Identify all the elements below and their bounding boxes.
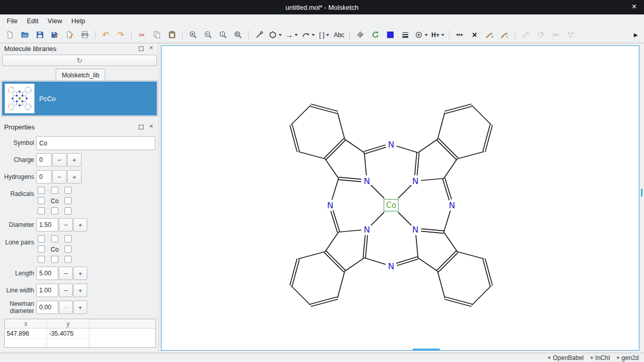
bond-m4-q1a2[interactable] — [332, 178, 339, 200]
bond-n3-q3a1[interactable] — [416, 235, 418, 258]
radical-checkbox-r2c1[interactable] — [51, 207, 58, 215]
bond-q1f1-q1f2[interactable] — [324, 138, 344, 158]
symbol-input[interactable] — [36, 136, 155, 150]
lone-pair-checkbox-r2c2[interactable] — [65, 256, 72, 263]
toolbar-copy[interactable] — [150, 28, 164, 42]
bond-q2c4-q2f2[interactable] — [438, 112, 445, 139]
bond-q3c2-q3c3[interactable] — [472, 286, 491, 305]
bond-q4c2-q4c3[interactable] — [291, 286, 311, 305]
radical-checkbox-r2c0[interactable] — [38, 207, 45, 215]
bond-q3a1-q3f1[interactable] — [418, 258, 438, 271]
toolbar-hydrogen-pen-tool[interactable]: − — [498, 28, 511, 42]
menu-edit[interactable]: Edit — [22, 15, 43, 26]
toolbar-charge-tool[interactable] — [413, 28, 429, 42]
toolbar-redo[interactable]: ↷ — [114, 28, 127, 42]
radical-checkbox-r1c2[interactable] — [65, 197, 72, 204]
bond-q3f1-q3f2-2[interactable] — [437, 251, 456, 270]
bond-m1-q2a2[interactable] — [397, 146, 418, 153]
toolbar-zoom-fit[interactable] — [231, 28, 245, 42]
atom-n1[interactable]: N — [364, 176, 370, 186]
bond-co-n3[interactable] — [398, 212, 411, 225]
bond-q4a1-q4f1[interactable] — [325, 232, 339, 252]
radical-checkbox-r0c2[interactable] — [65, 187, 72, 194]
menu-file[interactable]: File — [2, 15, 22, 26]
coordinate-cell-0-x[interactable]: 547.896 — [5, 328, 47, 339]
toolbar-bracket-tool-dropdown-arrow[interactable] — [326, 34, 329, 36]
library-dock-float-icon[interactable] — [139, 46, 143, 51]
toolbar-save-file[interactable] — [33, 28, 46, 42]
bond-q1f1-q1f2-2[interactable] — [326, 140, 346, 160]
toolbar-bracket-tool[interactable]: [ ] — [317, 28, 331, 42]
bond-q2f1-q2f2-2[interactable] — [437, 140, 456, 160]
bond-n1-q1a1[interactable] — [364, 153, 366, 175]
toolbar-mechanism-arrow-tool-dropdown-arrow[interactable] — [312, 34, 315, 36]
toolbar-cut[interactable]: ✂ — [135, 28, 149, 42]
toolbar-new-file[interactable] — [3, 28, 17, 42]
lone-pair-checkbox-r2c1[interactable] — [51, 256, 58, 263]
toolbar-charge-tool-dropdown-arrow[interactable] — [425, 34, 428, 36]
bond-n4-q4a2[interactable] — [363, 235, 365, 258]
toolbar-undo[interactable]: ↶ — [99, 28, 112, 42]
bond-co-n4[interactable] — [371, 212, 384, 225]
coordinate-cell-0-y[interactable]: -35.4075 — [47, 328, 89, 339]
atom-m2[interactable]: N — [449, 201, 455, 210]
molecule-drawing[interactable]: CoNNNNNNNN — [162, 46, 639, 350]
bond-q1a1-q1f1[interactable] — [345, 139, 364, 153]
menu-view[interactable]: View — [43, 15, 67, 26]
bond-q4f1-q4c1[interactable] — [298, 252, 325, 259]
hydrogens-value[interactable]: 0 — [36, 170, 52, 184]
window-close-button[interactable]: × — [630, 2, 639, 11]
bond-q2a1-q2f1[interactable] — [444, 159, 457, 178]
toolbar-rotate-tool[interactable] — [368, 28, 382, 42]
atom-co[interactable]: Co — [386, 201, 396, 210]
bond-n2-q2a1[interactable] — [421, 178, 444, 180]
bond-q3f1-q3c1[interactable] — [438, 271, 445, 298]
radical-checkbox-r2c2[interactable] — [65, 207, 72, 215]
drawing-canvas[interactable]: CoNNNNNNNN — [161, 45, 639, 351]
bond-q1a2-q1f2[interactable] — [325, 159, 339, 178]
bond-co-n1[interactable] — [371, 185, 384, 199]
atom-m1[interactable]: N — [388, 140, 394, 150]
diameter-value[interactable]: 1.50 — [36, 218, 58, 232]
toolbar-charge-pen-tool[interactable]: + — [483, 28, 496, 42]
line-width-decrement-button[interactable]: − — [59, 284, 73, 297]
lone-pair-checkbox-r2c0[interactable] — [38, 256, 45, 263]
bond-n4-q4a1[interactable] — [339, 230, 361, 232]
newman-increment-button[interactable]: + — [73, 301, 87, 314]
bond-n3-q3a2[interactable] — [421, 231, 444, 233]
atom-m4[interactable]: N — [327, 201, 333, 210]
toolbar-zoom-original[interactable]: 1 — [216, 28, 230, 42]
bond-m3-q4a2[interactable] — [364, 258, 385, 265]
bond-q2f1-q2f2[interactable] — [439, 138, 458, 158]
diameter-increment-button[interactable]: + — [73, 218, 87, 232]
bond-n3-q3a2-2[interactable] — [421, 229, 444, 231]
charge-decrement-button[interactable]: − — [52, 153, 67, 167]
bond-q3a2-q3f2[interactable] — [444, 232, 457, 252]
lone-pair-checkbox-r0c1[interactable] — [51, 235, 58, 242]
toolbar-extension-button[interactable]: ▶ — [634, 32, 638, 38]
library-refresh-button[interactable]: ↻ — [2, 55, 157, 66]
bond-q4f1-q4f2[interactable] — [324, 253, 344, 272]
toolbar-hash-bond-tool[interactable] — [353, 28, 367, 42]
toolbar-draw-tool[interactable] — [252, 28, 266, 42]
bond-n4-q4a2-2[interactable] — [365, 235, 367, 258]
length-decrement-button[interactable]: − — [59, 267, 73, 280]
toolbar-ring-tool[interactable] — [267, 28, 283, 42]
library-item-pcco[interactable]: PcCo — [2, 81, 157, 116]
toolbar-line-width-tool[interactable] — [398, 28, 412, 42]
hydrogens-increment-button[interactable]: + — [67, 170, 82, 184]
radical-checkbox-r0c0[interactable] — [38, 187, 45, 194]
lone-pair-checkbox-r1c0[interactable] — [38, 245, 45, 253]
bond-q4f1-q4f2-2[interactable] — [326, 251, 346, 270]
bond-q4c4-q4f2[interactable] — [337, 271, 345, 298]
atom-n3[interactable]: N — [412, 225, 418, 235]
canvas-vertical-scroll-handle[interactable] — [641, 189, 642, 196]
toolbar-hydrogen-tool-dropdown-arrow[interactable] — [441, 34, 444, 36]
atom-m3[interactable]: N — [388, 261, 394, 271]
bond-q1c4-q1f2[interactable] — [298, 152, 325, 159]
newman-diameter-value[interactable]: 0.00 — [36, 301, 58, 314]
toolbar-save-as[interactable] — [48, 28, 61, 42]
tab-molsketch-lib[interactable]: Molsketch_lib — [56, 69, 105, 81]
bond-co-n2[interactable] — [398, 185, 411, 199]
toolbar-flip-tool[interactable] — [453, 28, 466, 42]
